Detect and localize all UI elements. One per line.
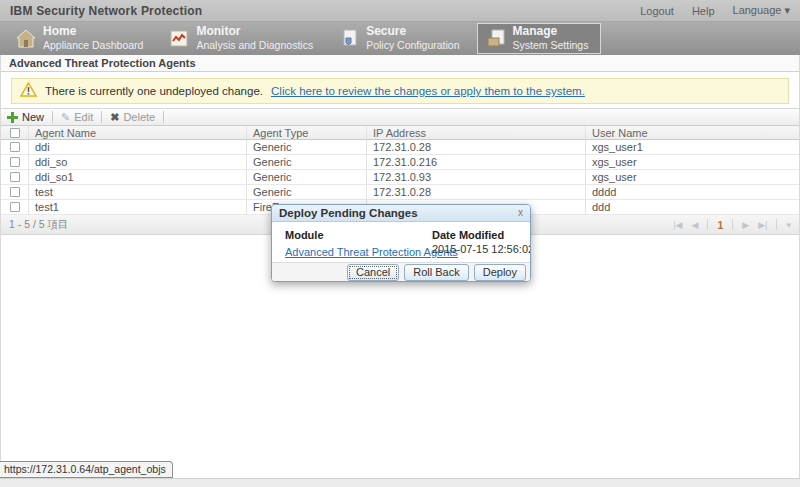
main-nav: Home Appliance Dashboard Monitor Analysi…	[0, 22, 800, 55]
first-page-icon[interactable]: |◀	[673, 220, 682, 230]
delete-button-label: Delete	[123, 111, 155, 123]
pagination-divider	[732, 219, 733, 230]
app-title: IBM Security Network Protection	[10, 4, 202, 18]
agents-toolbar: New ✎ Edit ✖ Delete	[1, 108, 799, 126]
row-checkbox-cell	[1, 140, 29, 155]
plus-icon	[7, 112, 18, 123]
edit-button-label: Edit	[74, 111, 93, 123]
row-checkbox-cell	[1, 185, 29, 200]
new-button-label: New	[22, 111, 44, 123]
tab-home-sublabel: Appliance Dashboard	[43, 39, 143, 52]
dialog-titlebar[interactable]: Deploy Pending Changes x	[272, 205, 530, 222]
row-checkbox[interactable]	[10, 172, 20, 182]
cell-agent-type: Generic	[247, 140, 367, 155]
pagination-divider	[707, 219, 708, 230]
tab-monitor[interactable]: Monitor Analysis and Diagnostics	[160, 23, 326, 54]
column-header-agent-name[interactable]: Agent Name	[29, 126, 247, 140]
review-changes-link[interactable]: Click here to review the changes or appl…	[271, 85, 585, 97]
date-modified-column-header: Date Modified	[432, 228, 531, 242]
tab-secure-label: Secure	[366, 24, 459, 39]
tab-secure[interactable]: Secure Policy Configuration	[330, 23, 472, 54]
dialog-body: Module Advanced Threat Protection Agents…	[272, 222, 530, 262]
next-page-icon[interactable]: ▶	[742, 220, 749, 230]
monitor-icon	[169, 29, 189, 48]
toolbar-divider	[163, 111, 164, 123]
agents-table: Agent Name Agent Type IP Address User Na…	[1, 126, 799, 215]
row-checkbox[interactable]	[10, 142, 20, 152]
row-checkbox[interactable]	[10, 202, 20, 212]
cell-agent-name: ddi_so1	[29, 170, 247, 185]
pencil-icon: ✎	[61, 111, 70, 124]
table-row[interactable]: ddi_so Generic 172.31.0.216 xgs_user	[1, 155, 799, 170]
cell-agent-type: Generic	[247, 155, 367, 170]
current-page[interactable]: 1	[717, 219, 723, 231]
pagination-summary: 1 - 5 / 5 項目	[9, 218, 69, 232]
secure-icon	[339, 29, 359, 48]
column-header-agent-type[interactable]: Agent Type	[247, 126, 367, 140]
tab-manage-sublabel: System Settings	[513, 39, 589, 52]
deploy-pending-changes-dialog: Deploy Pending Changes x Module Advanced…	[271, 204, 531, 282]
tab-home[interactable]: Home Appliance Dashboard	[7, 23, 156, 54]
cell-agent-type: Generic	[247, 185, 367, 200]
select-all-checkbox[interactable]	[10, 128, 20, 138]
language-menu[interactable]: Language▾	[733, 4, 790, 17]
help-link[interactable]: Help	[692, 5, 715, 17]
tab-monitor-label: Monitor	[196, 24, 313, 39]
cell-agent-name: ddi	[29, 140, 247, 155]
toolbar-divider	[101, 111, 102, 123]
tab-manage-label: Manage	[513, 24, 589, 39]
tab-manage[interactable]: Manage System Settings	[477, 23, 602, 54]
cancel-button[interactable]: Cancel	[347, 264, 399, 281]
status-url-tooltip: https://172.31.0.64/atp_agent_objs	[0, 461, 173, 478]
cell-user-name: ddd	[586, 200, 799, 215]
tab-home-label: Home	[43, 24, 143, 39]
column-header-user-name[interactable]: User Name	[586, 126, 799, 140]
status-url: https://172.31.0.64/atp_agent_objs	[4, 463, 166, 475]
chevron-down-icon: ▾	[784, 4, 790, 16]
table-row[interactable]: ddi Generic 172.31.0.28 xgs_user1	[1, 140, 799, 155]
dialog-footer: Cancel Roll Back Deploy	[272, 262, 530, 282]
page-size-menu-icon[interactable]: ▾	[786, 220, 791, 230]
row-checkbox-cell	[1, 170, 29, 185]
tab-secure-sublabel: Policy Configuration	[366, 39, 459, 52]
edit-button[interactable]: ✎ Edit	[61, 111, 93, 124]
row-checkbox-cell	[1, 200, 29, 215]
table-row[interactable]: test Generic 172.31.0.28 dddd	[1, 185, 799, 200]
content-area: Advanced Threat Protection Agents There …	[0, 55, 800, 478]
last-page-icon[interactable]: ▶|	[758, 220, 767, 230]
toolbar-divider	[52, 111, 53, 123]
select-all-cell	[1, 126, 29, 140]
roll-back-button[interactable]: Roll Back	[404, 264, 468, 281]
cell-ip-address: 172.31.0.28	[367, 140, 586, 155]
cell-agent-name: test1	[29, 200, 247, 215]
column-header-ip-address[interactable]: IP Address	[367, 126, 586, 140]
x-icon: ✖	[110, 111, 119, 124]
cell-user-name: xgs_user1	[586, 140, 799, 155]
cell-user-name: xgs_user	[586, 155, 799, 170]
previous-page-icon[interactable]: ◀	[692, 220, 699, 230]
cell-ip-address: 172.31.0.93	[367, 170, 586, 185]
cell-agent-type: Generic	[247, 170, 367, 185]
logout-link[interactable]: Logout	[640, 5, 674, 17]
cell-ip-address: 172.31.0.28	[367, 185, 586, 200]
cell-user-name: xgs_user	[586, 170, 799, 185]
warning-icon	[20, 82, 37, 101]
tab-monitor-sublabel: Analysis and Diagnostics	[196, 39, 313, 52]
row-checkbox[interactable]	[10, 187, 20, 197]
deploy-button[interactable]: Deploy	[474, 264, 526, 281]
titlebar-links: Logout Help Language▾	[640, 4, 790, 17]
table-row[interactable]: ddi_so1 Generic 172.31.0.93 xgs_user	[1, 170, 799, 185]
page-title: Advanced Threat Protection Agents	[9, 57, 196, 69]
row-checkbox[interactable]	[10, 157, 20, 167]
row-checkbox-cell	[1, 155, 29, 170]
delete-button[interactable]: ✖ Delete	[110, 111, 155, 124]
pagination-divider	[776, 219, 777, 230]
cell-agent-name: ddi_so	[29, 155, 247, 170]
section-header: Advanced Threat Protection Agents	[1, 55, 799, 72]
new-button[interactable]: New	[7, 111, 44, 123]
horizontal-scrollbar[interactable]	[0, 478, 800, 487]
cell-user-name: dddd	[586, 185, 799, 200]
undeployed-changes-warning: There is currently one undeployed change…	[11, 78, 789, 104]
warning-text: There is currently one undeployed change…	[45, 85, 263, 97]
close-icon[interactable]: x	[518, 208, 523, 218]
